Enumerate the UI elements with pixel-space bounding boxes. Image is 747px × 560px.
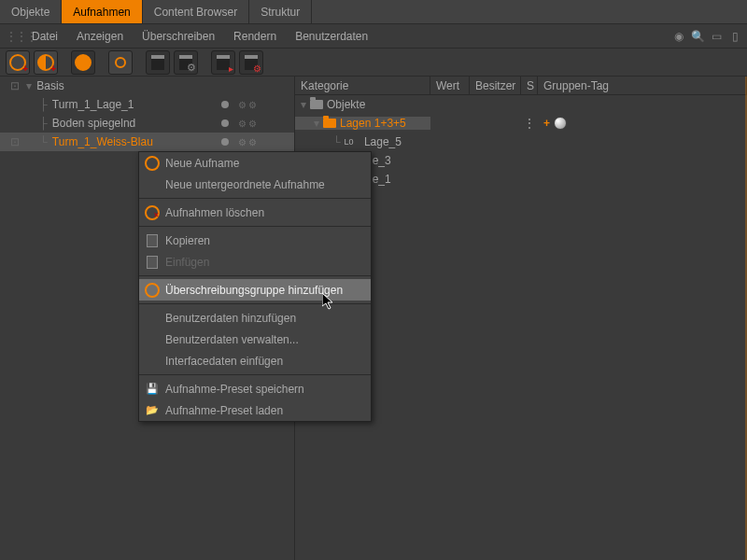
- separator: [139, 226, 371, 227]
- menu-datei[interactable]: Datei: [22, 26, 67, 47]
- auto-take-button[interactable]: [71, 50, 95, 75]
- menu-benutzerdaten[interactable]: Benutzerdaten: [286, 26, 377, 47]
- delete-icon: [143, 204, 162, 221]
- separator: [139, 275, 371, 276]
- ctx-interfacedaten[interactable]: Interfacedaten einfügen: [139, 350, 371, 371]
- status-dot[interactable]: ⋮: [521, 117, 538, 130]
- ctx-benutzerdaten-verwalten[interactable]: Benutzerdaten verwalten...: [139, 329, 371, 350]
- separator: [139, 374, 371, 375]
- col-besitzer[interactable]: Besitzer: [470, 77, 521, 94]
- ctx-loeschen[interactable]: Aufnahmen löschen: [139, 202, 371, 223]
- main-tabs: Objekte Aufnahmen Content Browser Strukt…: [0, 0, 747, 24]
- save-icon: 💾: [143, 381, 162, 398]
- toolbar: ⚙ ▸ ⚙: [0, 49, 747, 77]
- separator: [139, 303, 371, 304]
- cat-label: Lage_5: [364, 135, 402, 148]
- main-area: ⊡ ▾ Basis ├ Turm_1_Lage_1 ⚙⚙ ├ Boden spi…: [0, 77, 747, 560]
- render-marked-button[interactable]: ▸: [211, 50, 235, 75]
- ctx-benutzerdaten-hinzu[interactable]: Benutzerdaten hinzufügen: [139, 307, 371, 329]
- render-marked-gear-button[interactable]: ⚙: [239, 50, 263, 75]
- folder-open-icon: [323, 119, 336, 128]
- tree-item-selected[interactable]: ⊡ └ Turm_1_Weiss-Blau ⚙⚙: [0, 133, 294, 151]
- tree-label: Turm_1_Weiss-Blau: [50, 135, 219, 148]
- tree-item[interactable]: ├ Turm_1_Lage_1 ⚙⚙: [0, 95, 294, 114]
- material-sphere-icon[interactable]: [554, 117, 567, 130]
- ctx-neue-untergeordnete[interactable]: Neue untergeordnete Aufnahme: [139, 174, 371, 195]
- cat-label: Lagen 1+3+5: [340, 117, 406, 130]
- tab-objekte[interactable]: Objekte: [0, 0, 62, 23]
- load-icon: 📂: [143, 402, 162, 419]
- paste-icon: [143, 254, 162, 271]
- folder-icon: [310, 100, 323, 109]
- cat-label: Objekte: [327, 98, 365, 111]
- table-header: Kategorie Wert Besitzer S Gruppen-Tag: [295, 77, 747, 95]
- search-icon[interactable]: 🔍: [691, 30, 704, 43]
- window-icon[interactable]: ▭: [710, 30, 723, 43]
- take-icon: [143, 155, 162, 172]
- grip-icon: ⋮⋮⋮: [6, 30, 22, 43]
- tree-root[interactable]: ⊡ ▾ Basis: [0, 77, 294, 95]
- col-s[interactable]: S: [521, 77, 538, 94]
- visibility-icon[interactable]: ⊡: [4, 135, 26, 148]
- override-group-icon: [143, 282, 162, 299]
- ctx-preset-speichern[interactable]: 💾Aufnahme-Preset speichern: [139, 378, 371, 399]
- tree-item[interactable]: ├ Boden spiegelnd ⚙⚙: [0, 114, 294, 133]
- render-takes-gear-button[interactable]: ⚙: [174, 50, 198, 75]
- tab-aufnahmen[interactable]: Aufnahmen: [62, 0, 142, 23]
- ctx-neue-aufnahme[interactable]: Neue Aufname: [139, 152, 371, 174]
- cat-row[interactable]: ▾Objekte: [295, 95, 747, 114]
- context-menu: Neue Aufname Neue untergeordnete Aufnahm…: [138, 151, 372, 422]
- col-wert[interactable]: Wert: [430, 77, 470, 94]
- visibility-icon[interactable]: ⊡: [4, 79, 26, 92]
- ctx-ueberschreibungsgruppe[interactable]: Überschreibungsgruppe hinzufügen: [139, 279, 371, 301]
- menubar: ⋮⋮⋮ Datei Anzeigen Überschreiben Rendern…: [0, 24, 747, 49]
- ctx-preset-laden[interactable]: 📂Aufnahme-Preset laden: [139, 399, 371, 421]
- new-child-take-button[interactable]: [34, 50, 58, 75]
- col-gruppentag[interactable]: Gruppen-Tag: [538, 77, 747, 94]
- menu-rendern[interactable]: Rendern: [224, 26, 286, 47]
- override-group-button[interactable]: [108, 50, 133, 75]
- col-kategorie[interactable]: Kategorie: [295, 77, 430, 94]
- ctx-kopieren[interactable]: Kopieren: [139, 230, 371, 251]
- menu-anzeigen[interactable]: Anzeigen: [67, 26, 133, 47]
- eye-icon[interactable]: ◉: [672, 30, 685, 43]
- add-tag-icon[interactable]: +: [543, 117, 550, 130]
- copy-icon: [143, 232, 162, 249]
- separator: [139, 198, 371, 199]
- tree-label: Boden spiegelnd: [50, 117, 219, 130]
- panel-icon[interactable]: ▯: [728, 30, 741, 43]
- menu-ueberschreiben[interactable]: Überschreiben: [133, 26, 224, 47]
- tab-struktur[interactable]: Struktur: [249, 0, 312, 23]
- cat-row-selected[interactable]: ▾Lagen 1+3+5 ⋮ +: [295, 114, 747, 133]
- ctx-einfuegen[interactable]: Einfügen: [139, 251, 371, 273]
- tree-label: Basis: [35, 79, 206, 92]
- render-take-button[interactable]: [146, 50, 170, 75]
- new-take-button[interactable]: [6, 50, 30, 75]
- tree-label: Turm_1_Lage_1: [50, 98, 219, 111]
- tab-content-browser[interactable]: Content Browser: [143, 0, 249, 23]
- cat-row[interactable]: └L0 Lage_5: [295, 133, 747, 151]
